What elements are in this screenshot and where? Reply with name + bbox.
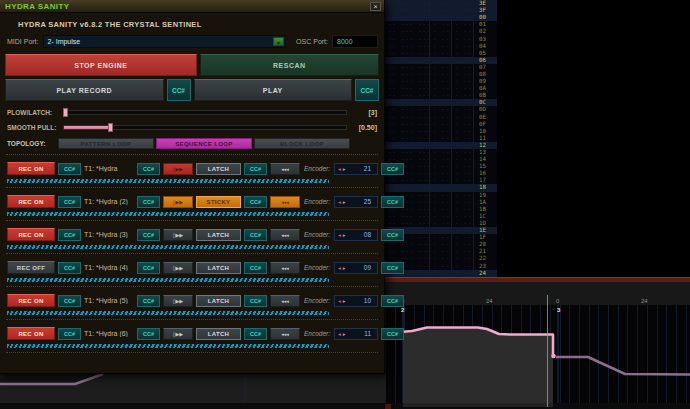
rewind-icon[interactable]: ◂◂◂ bbox=[270, 328, 300, 340]
mode-cc-button[interactable]: CC# bbox=[244, 229, 267, 241]
play-cc-button[interactable]: CC# bbox=[355, 79, 379, 101]
track-cc-button[interactable]: CC# bbox=[137, 328, 160, 340]
track-cc-button[interactable]: CC# bbox=[137, 163, 160, 175]
rewind-icon[interactable]: ◂◂◂ bbox=[270, 196, 300, 208]
plow-latch-handle[interactable] bbox=[63, 108, 68, 117]
tracker-row[interactable]: -- --- --- - --- - --- 11 bbox=[385, 135, 497, 142]
latch-mode-button[interactable]: LATCH bbox=[196, 163, 241, 175]
play-mode-icon[interactable]: ▯▶▶ bbox=[163, 229, 193, 241]
tracker-row[interactable]: -- --- --- - --- - --- 21 bbox=[385, 248, 497, 255]
play-mode-icon[interactable]: ▯▶▶ bbox=[163, 295, 193, 307]
tracker-row[interactable]: -- --- --- - --- - --- 0C bbox=[385, 99, 497, 106]
topology-sequence-loop-button[interactable]: SEQUENCE LOOP bbox=[156, 138, 252, 149]
tracker-row[interactable]: -- --- --- - --- - --- 06 bbox=[385, 57, 497, 64]
decrement-icon[interactable]: ◂ bbox=[338, 232, 341, 238]
tracker-row[interactable]: -- --- --- - --- - --- 0B bbox=[385, 92, 497, 99]
tracker-row[interactable]: -- --- --- - --- - --- 03 bbox=[385, 35, 497, 42]
tracker-row[interactable]: -- --- --- - --- - --- 13 bbox=[385, 149, 497, 156]
rescan-button[interactable]: RESCAN bbox=[200, 54, 379, 76]
latch-mode-button[interactable]: LATCH bbox=[196, 229, 241, 241]
encoder-stepper[interactable]: ◂ ▸ 09 bbox=[334, 262, 378, 274]
increment-icon[interactable]: ▸ bbox=[343, 232, 346, 238]
rewind-icon[interactable]: ◂◂◂ bbox=[270, 295, 300, 307]
rec-toggle-button[interactable]: REC ON bbox=[7, 195, 55, 208]
tracker-row[interactable]: -- --- --- - --- - --- 17 bbox=[385, 177, 497, 184]
decrement-icon[interactable]: ◂ bbox=[338, 331, 341, 337]
rec-cc-button[interactable]: CC# bbox=[58, 328, 81, 340]
curve-node-point[interactable] bbox=[551, 354, 556, 359]
mode-cc-button[interactable]: CC# bbox=[244, 295, 267, 307]
plow-latch-slider[interactable] bbox=[63, 110, 347, 115]
encoder-stepper[interactable]: ◂ ▸ 11 bbox=[334, 328, 378, 340]
tracker-row[interactable]: -- --- --- - --- - --- 3F bbox=[385, 7, 497, 14]
rec-toggle-button[interactable]: REC ON bbox=[7, 327, 55, 340]
track-cc-button[interactable]: CC# bbox=[137, 295, 160, 307]
rec-cc-button[interactable]: CC# bbox=[58, 196, 81, 208]
tracker-row[interactable]: -- --- --- - --- - --- 1C bbox=[385, 213, 497, 220]
tracker-row[interactable]: -- --- --- - --- - --- 18 bbox=[385, 184, 497, 191]
chevron-down-icon[interactable]: ▼ bbox=[273, 37, 284, 46]
encoder-stepper[interactable]: ◂ ▸ 25 bbox=[334, 196, 378, 208]
mode-cc-button[interactable]: CC# bbox=[244, 163, 267, 175]
rec-toggle-button[interactable]: REC ON bbox=[7, 228, 55, 241]
osc-port-input[interactable]: 8000 bbox=[332, 35, 378, 48]
play-mode-icon[interactable]: ▯▶▶ bbox=[163, 196, 193, 208]
tracker-pattern-grid[interactable]: -- --- --- - --- - --- 3E -- --- --- - -… bbox=[385, 0, 690, 277]
tracker-row[interactable]: -- --- --- - --- - --- 3E bbox=[385, 0, 497, 7]
tracker-row[interactable]: -- --- --- - --- - --- 08 bbox=[385, 71, 497, 78]
topology-block-loop-button[interactable]: BLOCK LOOP bbox=[254, 138, 350, 149]
tracker-row[interactable]: -- --- --- - --- - --- 0F bbox=[385, 121, 497, 128]
smooth-pull-handle[interactable] bbox=[108, 123, 113, 132]
increment-icon[interactable]: ▸ bbox=[343, 199, 346, 205]
tracker-row[interactable]: -- --- --- - --- - --- 01 bbox=[385, 21, 497, 28]
timeline-ruler[interactable]: 0 24 0 24 bbox=[385, 282, 690, 305]
smooth-pull-slider[interactable] bbox=[63, 125, 347, 130]
tracker-row[interactable]: -- --- --- - --- - --- 10 bbox=[385, 128, 497, 135]
rec-toggle-button[interactable]: REC ON bbox=[7, 162, 55, 175]
encoder-cc-button[interactable]: CC# bbox=[381, 262, 404, 274]
mode-cc-button[interactable]: CC# bbox=[244, 196, 267, 208]
encoder-cc-button[interactable]: CC# bbox=[381, 295, 404, 307]
curve-segment-inactive-right[interactable] bbox=[556, 357, 690, 375]
play-record-button[interactable]: PLAY RECORD bbox=[5, 79, 164, 101]
play-mode-icon[interactable]: ▯▶▶ bbox=[163, 262, 193, 274]
tracker-row[interactable]: -- --- --- - --- - --- 07 bbox=[385, 64, 497, 71]
tracker-row[interactable]: -- --- --- - --- - --- 02 bbox=[385, 28, 497, 35]
tracker-row[interactable]: -- --- --- - --- - --- 09 bbox=[385, 78, 497, 85]
automation-curve-editor[interactable]: 2 3 bbox=[385, 305, 690, 403]
increment-icon[interactable]: ▸ bbox=[343, 298, 346, 304]
tracker-row[interactable]: -- --- --- - --- - --- 0A bbox=[385, 85, 497, 92]
latch-mode-button[interactable]: STICKY bbox=[196, 196, 241, 208]
increment-icon[interactable]: ▸ bbox=[343, 331, 346, 337]
tracker-row[interactable]: -- --- --- - --- - --- 0E bbox=[385, 114, 497, 121]
mode-cc-button[interactable]: CC# bbox=[244, 262, 267, 274]
track-cc-button[interactable]: CC# bbox=[137, 196, 160, 208]
tracker-row[interactable]: -- --- --- - --- - --- 0D bbox=[385, 106, 497, 113]
encoder-stepper[interactable]: ◂ ▸ 10 bbox=[334, 295, 378, 307]
track-cc-button[interactable]: CC# bbox=[137, 262, 160, 274]
latch-mode-button[interactable]: LATCH bbox=[196, 262, 241, 274]
window-titlebar[interactable]: HYDRA SANITY × bbox=[0, 0, 384, 13]
latch-mode-button[interactable]: LATCH bbox=[196, 295, 241, 307]
decrement-icon[interactable]: ◂ bbox=[338, 265, 341, 271]
increment-icon[interactable]: ▸ bbox=[343, 166, 346, 172]
mode-cc-button[interactable]: CC# bbox=[244, 328, 267, 340]
decrement-icon[interactable]: ◂ bbox=[338, 298, 341, 304]
close-icon[interactable]: × bbox=[370, 2, 381, 11]
tracker-row[interactable]: -- --- --- - --- - --- 05 bbox=[385, 50, 497, 57]
rewind-icon[interactable]: ◂◂◂ bbox=[270, 262, 300, 274]
play-mode-icon[interactable]: ▯▶▶ bbox=[163, 163, 193, 175]
midi-port-select[interactable]: 2- Impulse ▼ bbox=[43, 35, 287, 48]
rec-toggle-button[interactable]: REC OFF bbox=[7, 261, 55, 274]
rec-toggle-button[interactable]: REC ON bbox=[7, 294, 55, 307]
encoder-stepper[interactable]: ◂ ▸ 21 bbox=[334, 163, 378, 175]
play-record-cc-button[interactable]: CC# bbox=[167, 79, 191, 101]
encoder-cc-button[interactable]: CC# bbox=[381, 163, 404, 175]
encoder-cc-button[interactable]: CC# bbox=[381, 196, 404, 208]
play-button[interactable]: PLAY bbox=[194, 79, 353, 101]
tracker-row[interactable]: -- --- --- - --- - --- 12 bbox=[385, 142, 497, 149]
tracker-row[interactable]: -- --- --- - --- - --- 04 bbox=[385, 43, 497, 50]
latch-mode-button[interactable]: LATCH bbox=[196, 328, 241, 340]
rec-cc-button[interactable]: CC# bbox=[58, 262, 81, 274]
scroll-strip[interactable] bbox=[0, 403, 690, 409]
